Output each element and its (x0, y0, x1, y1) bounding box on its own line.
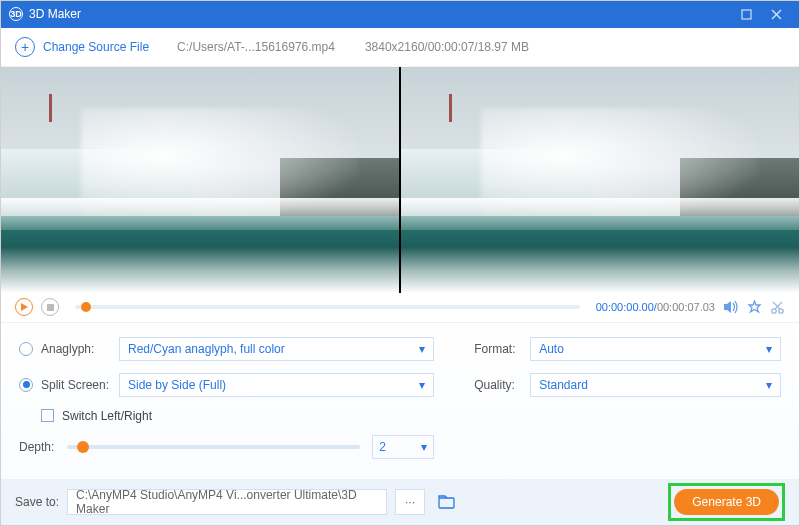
quality-select[interactable]: Standard ▾ (530, 373, 781, 397)
app-logo-icon: 3D (9, 7, 23, 21)
options-left-column: Anaglyph: Red/Cyan anaglyph, full color … (19, 337, 434, 471)
highlight-generate: Generate 3D (668, 483, 785, 521)
chevron-down-icon: ▾ (419, 378, 425, 392)
quality-label: Quality: (474, 378, 530, 392)
svg-rect-0 (742, 10, 751, 19)
format-select[interactable]: Auto ▾ (530, 337, 781, 361)
save-to-label: Save to: (15, 495, 59, 509)
change-source-label: Change Source File (43, 40, 149, 54)
chevron-down-icon: ▾ (766, 378, 772, 392)
anaglyph-radio[interactable] (19, 342, 33, 356)
titlebar: 3D 3D Maker (1, 1, 799, 28)
seek-slider[interactable] (75, 305, 580, 309)
depth-value-box[interactable]: 2 ▾ (372, 435, 434, 459)
preview-area (1, 67, 799, 293)
svg-marker-3 (21, 303, 28, 311)
split-screen-row: Split Screen: Side by Side (Full) ▾ (19, 373, 434, 397)
app-window: 3D 3D Maker + Change Source File C:/User… (0, 0, 800, 526)
options-panel: Anaglyph: Red/Cyan anaglyph, full color … (1, 322, 799, 480)
time-display: 00:00:00.00/00:00:07.03 (596, 301, 715, 313)
svg-marker-5 (724, 301, 731, 313)
depth-label: Depth: (19, 440, 67, 454)
source-file-path: C:/Users/AT-...15616976.mp4 (177, 40, 335, 54)
preview-right-eye (399, 67, 799, 293)
bottom-bar: Save to: C:\AnyMP4 Studio\AnyMP4 Vi...on… (1, 480, 799, 526)
toolbar: + Change Source File C:/Users/AT-...1561… (1, 28, 799, 68)
window-close-button[interactable] (761, 4, 791, 24)
format-label: Format: (474, 342, 530, 356)
chevron-down-icon: ▾ (766, 342, 772, 356)
split-screen-label: Split Screen: (41, 378, 119, 392)
format-row: Format: Auto ▾ (474, 337, 781, 361)
cut-button[interactable] (770, 300, 785, 315)
save-path-field[interactable]: C:\AnyMP4 Studio\AnyMP4 Vi...onverter Ul… (67, 489, 387, 515)
browse-path-button[interactable]: ··· (395, 489, 425, 515)
snapshot-button[interactable] (747, 300, 762, 315)
generate-3d-button[interactable]: Generate 3D (674, 489, 779, 515)
volume-button[interactable] (723, 300, 739, 314)
open-folder-button[interactable] (433, 489, 459, 515)
anaglyph-row: Anaglyph: Red/Cyan anaglyph, full color … (19, 337, 434, 361)
split-screen-select[interactable]: Side by Side (Full) ▾ (119, 373, 434, 397)
current-time: 00:00:00.00 (596, 301, 654, 313)
svg-rect-10 (439, 498, 454, 508)
source-file-meta: 3840x2160/00:00:07/18.97 MB (365, 40, 529, 54)
depth-row: Depth: 2 ▾ (19, 435, 434, 459)
svg-rect-4 (47, 304, 54, 311)
depth-slider[interactable] (67, 445, 360, 449)
quality-row: Quality: Standard ▾ (474, 373, 781, 397)
preview-left-eye (1, 67, 399, 293)
play-button[interactable] (15, 298, 33, 316)
split-screen-radio[interactable] (19, 378, 33, 392)
plus-circle-icon: + (15, 37, 35, 57)
options-right-column: Format: Auto ▾ Quality: Standard ▾ (474, 337, 781, 471)
anaglyph-select[interactable]: Red/Cyan anaglyph, full color ▾ (119, 337, 434, 361)
switch-lr-checkbox[interactable] (41, 409, 54, 422)
chevron-down-icon: ▾ (421, 440, 427, 454)
chevron-down-icon: ▾ (419, 342, 425, 356)
stop-button[interactable] (41, 298, 59, 316)
change-source-button[interactable]: + Change Source File (15, 37, 149, 57)
app-title: 3D Maker (29, 7, 81, 21)
playbar: 00:00:00.00/00:00:07.03 (1, 293, 799, 321)
anaglyph-label: Anaglyph: (41, 342, 119, 356)
svg-point-6 (772, 309, 776, 313)
window-maximize-button[interactable] (731, 4, 761, 24)
duration: 00:00:07.03 (657, 301, 715, 313)
switch-lr-row: Switch Left/Right (41, 409, 434, 423)
svg-point-7 (779, 309, 783, 313)
switch-lr-label: Switch Left/Right (62, 409, 152, 423)
